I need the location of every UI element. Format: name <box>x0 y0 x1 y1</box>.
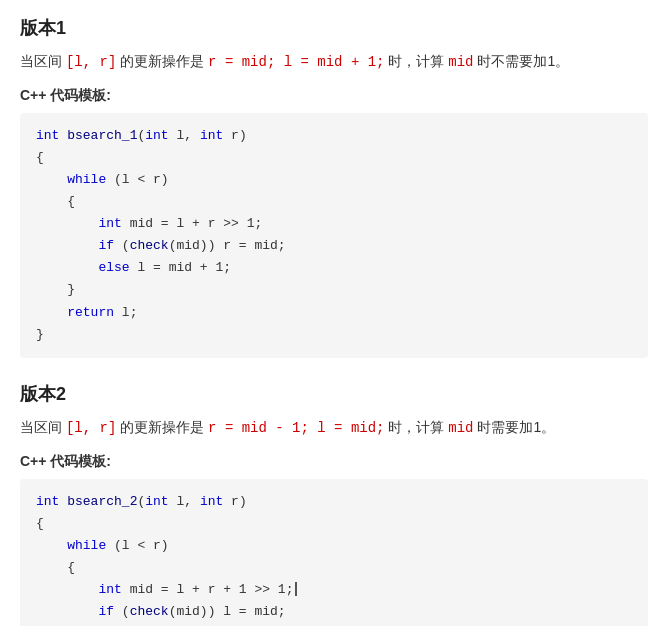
version1-section: 版本1 当区间 [l, r] 的更新操作是 r = mid; l = mid +… <box>20 16 648 358</box>
version1-code-label: C++ 代码模板: <box>20 87 648 105</box>
version2-update-code: r = mid - 1; l = mid; <box>208 420 384 436</box>
version2-code-block: int bsearch_2(int l, int r) { while (l <… <box>20 479 648 626</box>
version1-code-block: int bsearch_1(int l, int r) { while (l <… <box>20 113 648 358</box>
version2-code-label: C++ 代码模板: <box>20 453 648 471</box>
version2-section: 版本2 当区间 [l, r] 的更新操作是 r = mid - 1; l = m… <box>20 382 648 626</box>
version1-mid: mid <box>448 54 473 70</box>
version2-mid: mid <box>448 420 473 436</box>
version1-update-code: r = mid; l = mid + 1; <box>208 54 384 70</box>
version1-description: 当区间 [l, r] 的更新操作是 r = mid; l = mid + 1; … <box>20 50 648 75</box>
version1-title: 版本1 <box>20 16 648 40</box>
version2-description: 当区间 [l, r] 的更新操作是 r = mid - 1; l = mid; … <box>20 416 648 441</box>
version1-interval: [l, r] <box>66 54 116 70</box>
version2-title: 版本2 <box>20 382 648 406</box>
version2-interval: [l, r] <box>66 420 116 436</box>
